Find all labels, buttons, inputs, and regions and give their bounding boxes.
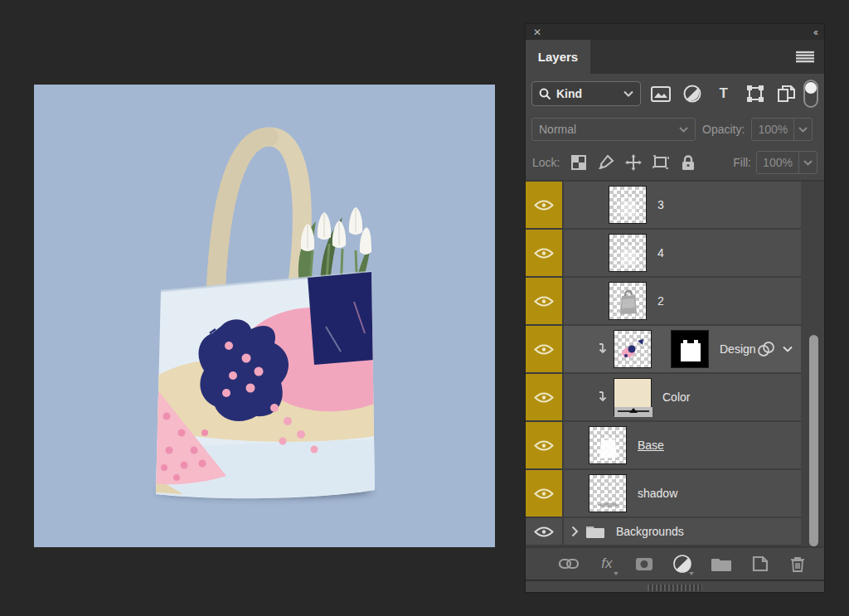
layer-thumbnail[interactable] <box>589 474 627 512</box>
fill-label: Fill: <box>733 156 751 169</box>
lock-all-icon[interactable] <box>680 154 696 171</box>
chevron-down-icon <box>798 127 808 133</box>
eye-icon <box>534 487 554 500</box>
lock-pixels-brush-icon[interactable] <box>598 154 614 171</box>
new-group-folder-icon[interactable] <box>711 554 732 574</box>
layer-row-3[interactable]: 3 <box>526 182 824 230</box>
blend-mode-dropdown[interactable]: Normal <box>531 118 696 141</box>
layer-name[interactable]: 3 <box>657 198 664 211</box>
opacity-value: 100% <box>752 119 793 140</box>
filter-kind-label: Kind <box>556 87 623 100</box>
eye-icon <box>534 526 554 538</box>
new-adjustment-layer-icon[interactable] <box>672 554 692 574</box>
tote-bag-mockup <box>34 85 495 547</box>
eye-icon <box>534 247 554 259</box>
layer-name[interactable]: Base <box>638 439 664 452</box>
layer-effects-fx-icon[interactable]: fx <box>597 554 617 574</box>
layer-list: 3 4 <box>526 182 824 546</box>
opacity-label: Opacity: <box>702 123 745 136</box>
visibility-toggle[interactable] <box>526 374 564 422</box>
eye-icon <box>534 439 554 452</box>
panel-menu-icon[interactable] <box>796 51 814 66</box>
layer-thumbnail[interactable] <box>609 186 647 224</box>
layer-thumbnail[interactable] <box>589 426 627 464</box>
lock-position-move-icon[interactable] <box>625 154 642 171</box>
layer-name[interactable]: Design <box>720 342 756 356</box>
lock-row: Lock: Fill: 100% <box>526 145 824 180</box>
layer-filter-row: Kind T <box>526 74 824 114</box>
clipping-mask-arrow-icon <box>596 342 608 356</box>
filter-shape-layers-icon[interactable] <box>745 84 765 104</box>
blend-mode-row: Normal Opacity: 100% <box>526 114 824 145</box>
eye-icon <box>534 343 554 356</box>
visibility-toggle[interactable] <box>526 518 564 546</box>
photoshop-workspace: ✕ ‹‹ Layers Kind T <box>0 0 849 616</box>
new-layer-icon[interactable] <box>750 554 770 574</box>
eye-icon <box>534 391 554 404</box>
visibility-toggle[interactable] <box>526 470 564 518</box>
fill-layer-thumbnail[interactable] <box>614 378 652 416</box>
adjustment-dropdown-caret-icon <box>689 572 694 575</box>
chevron-down-icon <box>623 90 633 97</box>
visibility-toggle[interactable] <box>526 422 564 470</box>
layer-row-color[interactable]: Color <box>526 374 824 422</box>
layer-row-4[interactable]: 4 <box>526 230 824 278</box>
add-layer-mask-icon[interactable] <box>635 554 655 574</box>
group-disclosure-icon[interactable] <box>571 526 579 537</box>
expand-effects-chevron-icon[interactable] <box>783 346 793 352</box>
search-icon <box>539 88 551 100</box>
fill-value: 100% <box>757 152 798 173</box>
smart-object-thumbnail[interactable] <box>614 330 652 368</box>
filter-toggle-switch[interactable] <box>803 80 818 108</box>
layer-name[interactable]: 4 <box>657 246 664 259</box>
layers-panel: ✕ ‹‹ Layers Kind T <box>525 23 825 593</box>
filter-kind-dropdown[interactable]: Kind <box>531 81 641 106</box>
smart-filters-icon[interactable] <box>756 342 776 357</box>
layer-name[interactable]: 2 <box>657 294 664 308</box>
fx-label: fx <box>601 555 612 572</box>
tab-layers[interactable]: Layers <box>526 40 590 74</box>
layer-row-design[interactable]: Design <box>526 326 824 374</box>
lock-transparency-icon[interactable] <box>570 154 587 171</box>
layer-name[interactable]: Color <box>662 390 690 404</box>
chevron-down-icon <box>679 127 688 133</box>
layers-panel-toolbar: fx <box>526 546 824 580</box>
visibility-toggle[interactable] <box>526 182 564 230</box>
layer-list-scrollbar[interactable] <box>809 335 818 546</box>
layer-mask-thumbnail[interactable] <box>671 330 709 368</box>
layer-row-shadow[interactable]: shadow <box>526 470 824 518</box>
clipping-mask-arrow-icon <box>596 390 608 404</box>
collapse-panel-icon[interactable]: ‹‹ <box>813 27 817 37</box>
layer-thumbnail[interactable] <box>609 282 647 320</box>
layer-row-base[interactable]: Base <box>526 422 824 470</box>
fx-dropdown-caret-icon <box>614 572 619 575</box>
filter-pixel-layers-icon[interactable] <box>651 84 671 104</box>
layer-thumbnail[interactable] <box>609 234 647 272</box>
filter-smart-objects-icon[interactable] <box>777 84 797 104</box>
delete-layer-trash-icon[interactable] <box>788 554 808 574</box>
panel-title-bar: ✕ ‹‹ <box>526 24 824 40</box>
visibility-toggle[interactable] <box>526 230 564 278</box>
group-name[interactable]: Backgrounds <box>616 525 684 538</box>
opacity-field[interactable]: 100% <box>751 118 813 141</box>
document-canvas[interactable] <box>34 85 495 547</box>
fill-field[interactable]: 100% <box>756 151 817 174</box>
filter-type-icons: T <box>651 84 797 104</box>
lock-artboard-icon[interactable] <box>653 154 669 171</box>
chevron-down-icon <box>803 160 813 166</box>
filter-adjustment-layers-icon[interactable] <box>682 84 702 104</box>
link-layers-icon[interactable] <box>559 554 579 574</box>
visibility-toggle[interactable] <box>526 278 564 326</box>
close-icon[interactable]: ✕ <box>533 27 540 37</box>
panel-resize-area <box>526 580 824 592</box>
filter-type-layers-icon[interactable]: T <box>714 84 734 104</box>
panel-resize-gripper[interactable] <box>648 584 702 591</box>
layer-row-backgrounds[interactable]: Backgrounds <box>526 518 824 546</box>
visibility-toggle[interactable] <box>526 326 564 374</box>
layer-row-2[interactable]: 2 <box>526 278 824 326</box>
folder-icon <box>585 524 605 539</box>
lock-label: Lock: <box>532 156 560 169</box>
eye-icon <box>534 295 554 308</box>
panel-tab-bar: Layers <box>526 40 824 74</box>
layer-name[interactable]: shadow <box>638 487 677 500</box>
